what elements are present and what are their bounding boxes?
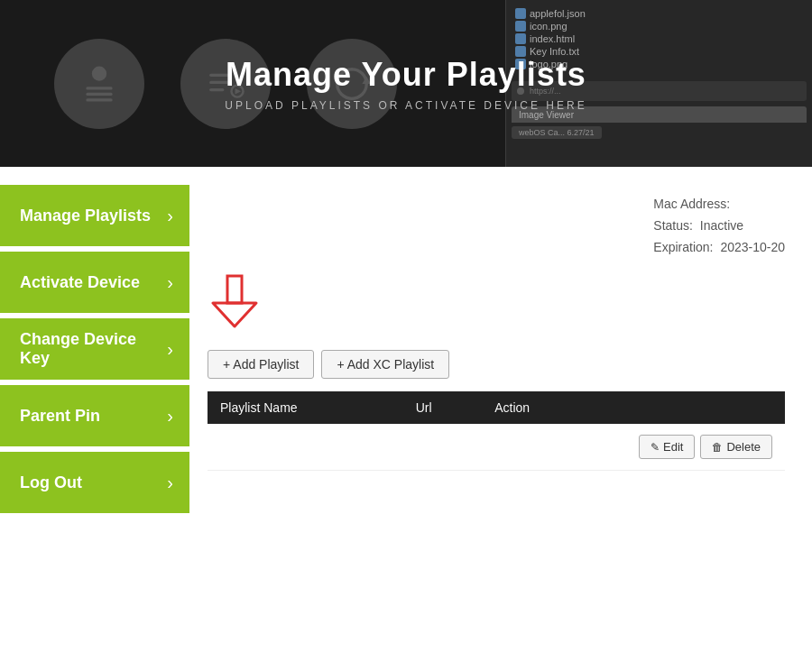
col-playlist-name: Playlist Name (208, 391, 403, 424)
overlay-file-item: icon.png (515, 20, 803, 32)
svg-rect-3 (86, 98, 112, 101)
col-action: Action (482, 391, 785, 424)
overlay-bottom-tab: webOS Ca... 6.27/21 (512, 126, 602, 139)
main-layout: Manage Playlists › Activate Device › Cha… (0, 167, 812, 652)
sidebar-item-parent-pin[interactable]: Parent Pin › (0, 385, 189, 446)
expiration-label: Expiration: (653, 240, 713, 254)
mac-address-row: Mac Address: (653, 194, 785, 216)
add-xc-playlist-button[interactable]: + Add XC Playlist (321, 350, 449, 379)
sidebar-item-label: Manage Playlists (20, 207, 151, 225)
sidebar-item-manage-playlists[interactable]: Manage Playlists › (0, 185, 189, 246)
chevron-right-icon: › (167, 473, 173, 493)
overlay-bottom: webOS Ca... 6.27/21 (506, 123, 812, 142)
sidebar-item-change-device-key[interactable]: Change Device Key › (0, 318, 189, 380)
overlay-file-1: applefol.json (530, 8, 586, 19)
svg-marker-11 (213, 303, 256, 326)
sidebar-item-activate-device[interactable]: Activate Device › (0, 252, 189, 313)
playlist-add-area (208, 272, 785, 335)
delete-button[interactable]: 🗑 Delete (700, 435, 772, 459)
sidebar-item-label: Parent Pin (20, 407, 100, 426)
sidebar: Manage Playlists › Activate Device › Cha… (0, 167, 189, 652)
device-info-block: Mac Address: Status: Inactive Expiration… (653, 194, 785, 258)
chevron-right-icon: › (167, 206, 173, 226)
playlist-url-cell (403, 424, 483, 471)
header-title: Manage Your Playlists (225, 56, 586, 94)
status-row: Status: Inactive (653, 216, 785, 237)
overlay-file-2: icon.png (530, 21, 567, 32)
sidebar-item-log-out[interactable]: Log Out › (0, 452, 189, 513)
header-subtitle: UPLOAD PLAYLISTS OR ACTIVATE DEVICE HERE (225, 99, 586, 112)
header: applefol.json icon.png index.html Key In… (0, 0, 812, 167)
delete-label: Delete (726, 440, 761, 454)
buttons-row: + Add Playlist + Add XC Playlist (208, 350, 785, 379)
trash-icon: 🗑 (712, 441, 723, 454)
status-label: Status: (653, 218, 693, 233)
add-playlist-button[interactable]: + Add Playlist (208, 350, 314, 379)
action-buttons: ✎ Edit 🗑 Delete (494, 435, 772, 459)
table-header-row: Playlist Name Url Action (208, 391, 785, 424)
svg-point-0 (92, 66, 106, 80)
overlay-file-3: index.html (530, 33, 575, 44)
edit-icon: ✎ (651, 441, 660, 454)
svg-rect-6 (209, 87, 224, 90)
content-area: Mac Address: Status: Inactive Expiration… (189, 167, 812, 652)
playlist-table: Playlist Name Url Action ✎ Edit (208, 391, 785, 471)
device-info: Mac Address: Status: Inactive Expiration… (208, 194, 785, 258)
expiration-value: 2023-10-20 (720, 240, 785, 254)
download-arrow-icon (208, 272, 262, 335)
sidebar-item-label: Log Out (20, 473, 82, 492)
sidebar-item-label: Change Device Key (20, 330, 167, 368)
playlist-name-cell (208, 424, 403, 471)
chevron-right-icon: › (167, 406, 173, 427)
header-content: Manage Your Playlists UPLOAD PLAYLISTS O… (225, 56, 586, 112)
add-xc-playlist-label: + Add XC Playlist (337, 357, 434, 372)
table-row: ✎ Edit 🗑 Delete (208, 424, 785, 471)
chevron-right-icon: › (167, 272, 173, 293)
chevron-right-icon: › (167, 339, 173, 360)
svg-rect-10 (227, 276, 242, 303)
playlist-action-cell: ✎ Edit 🗑 Delete (482, 424, 785, 471)
person-bars-icon (76, 60, 123, 107)
edit-label: Edit (663, 440, 683, 454)
expiration-row: Expiration: 2023-10-20 (653, 237, 785, 259)
sidebar-item-label: Activate Device (20, 273, 140, 292)
mac-address-label: Mac Address: (653, 197, 730, 211)
overlay-file-item: index.html (515, 32, 803, 45)
svg-rect-2 (86, 92, 112, 95)
status-value: Inactive (700, 218, 743, 233)
edit-button[interactable]: ✎ Edit (639, 435, 695, 459)
svg-rect-1 (86, 87, 112, 89)
col-url: Url (403, 391, 483, 424)
header-icon-1 (54, 39, 144, 129)
add-playlist-label: + Add Playlist (223, 357, 299, 372)
overlay-file-item: applefol.json (515, 7, 803, 20)
